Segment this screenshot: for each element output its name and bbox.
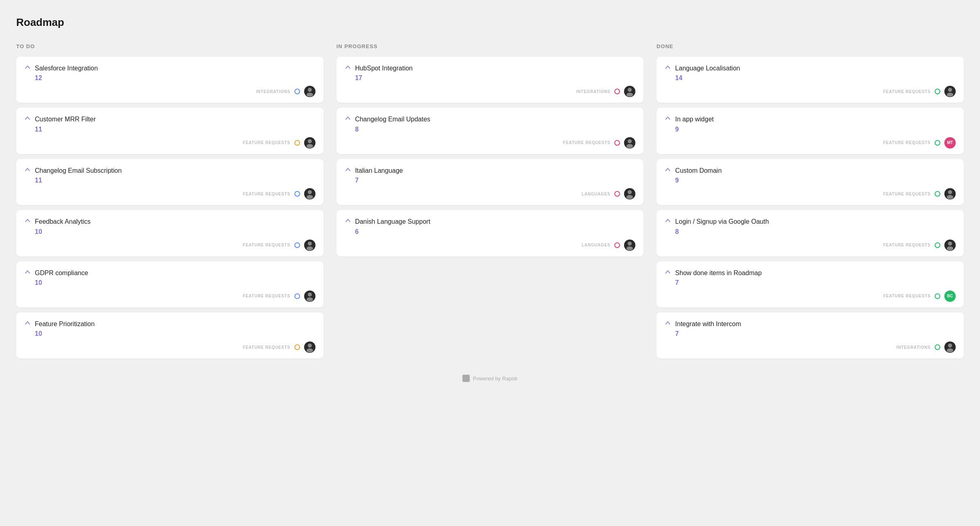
svg-point-4 <box>308 190 312 194</box>
card-count: 10 <box>35 279 315 286</box>
svg-point-11 <box>307 348 313 352</box>
card-tag: FEATURE REQUESTS <box>883 140 931 145</box>
svg-point-1 <box>307 93 313 97</box>
chevron-up-icon <box>665 115 671 123</box>
avatar <box>944 240 956 251</box>
card-gdpr[interactable]: GDPR compliance10FEATURE REQUESTS <box>16 261 324 308</box>
svg-point-16 <box>628 190 632 194</box>
card-title: Changelog Email Updates <box>355 115 430 124</box>
card-title: Italian Language <box>355 166 403 175</box>
svg-point-18 <box>628 242 632 246</box>
status-dot <box>935 293 940 299</box>
status-dot <box>294 140 300 146</box>
card-customer-mrr[interactable]: Customer MRR Filter11FEATURE REQUESTS <box>16 108 324 154</box>
svg-point-12 <box>628 88 632 92</box>
card-google-oauth[interactable]: Login / Signup via Google Oauth8FEATURE … <box>656 210 964 256</box>
svg-point-27 <box>947 348 953 352</box>
card-custom-domain[interactable]: Custom Domain9FEATURE REQUESTS <box>656 159 964 205</box>
column-header-done: DONE <box>656 43 964 49</box>
column-header-inprogress: IN PROGRESS <box>337 43 644 49</box>
card-count: 14 <box>675 74 956 82</box>
card-count: 6 <box>355 228 636 235</box>
card-count: 17 <box>355 74 636 82</box>
card-tag: FEATURE REQUESTS <box>243 192 290 196</box>
status-dot <box>935 242 940 248</box>
status-dot <box>614 140 620 146</box>
card-lang-local[interactable]: Language Localisation14FEATURE REQUESTS <box>656 57 964 103</box>
chevron-up-icon <box>345 115 351 123</box>
card-tag: FEATURE REQUESTS <box>243 345 290 350</box>
card-tag: LANGUAGES <box>582 192 610 196</box>
card-intercom[interactable]: Integrate with Intercom7INTEGRATIONS <box>656 312 964 358</box>
card-title: Feature Prioritization <box>35 320 95 329</box>
card-tag: INTEGRATIONS <box>256 89 290 94</box>
svg-point-7 <box>307 246 313 250</box>
card-inapp-widget[interactable]: In app widget9FEATURE REQUESTSMT <box>656 108 964 154</box>
card-danish[interactable]: Danish Language Support6LANGUAGES <box>337 210 644 256</box>
status-dot <box>935 89 940 94</box>
avatar <box>304 291 315 302</box>
avatar <box>304 137 315 148</box>
status-dot <box>294 293 300 299</box>
svg-point-19 <box>626 246 633 250</box>
card-count: 10 <box>35 228 315 235</box>
card-changelog-email[interactable]: Changelog Email Updates8FEATURE REQUESTS <box>337 108 644 154</box>
chevron-up-icon <box>24 269 31 277</box>
status-dot <box>935 140 940 146</box>
card-tag: FEATURE REQUESTS <box>883 294 931 298</box>
card-tag: FEATURE REQUESTS <box>563 140 610 145</box>
card-title: GDPR compliance <box>35 269 88 278</box>
svg-point-10 <box>308 344 312 348</box>
card-changelog-sub[interactable]: Changelog Email Subscription11FEATURE RE… <box>16 159 324 205</box>
status-dot <box>935 191 940 197</box>
chevron-up-icon <box>345 64 351 72</box>
svg-point-26 <box>948 344 952 348</box>
column-cards-done: Language Localisation14FEATURE REQUESTS … <box>656 57 964 358</box>
card-title: Show done items in Roadmap <box>675 269 761 278</box>
rapidr-icon <box>462 375 470 382</box>
svg-point-2 <box>308 139 312 143</box>
card-tag: FEATURE REQUESTS <box>243 140 290 145</box>
status-dot <box>935 344 940 350</box>
card-hubspot[interactable]: HubSpot Integration17INTEGRATIONS <box>337 57 644 103</box>
chevron-up-icon <box>665 269 671 277</box>
card-show-done[interactable]: Show done items in Roadmap7FEATURE REQUE… <box>656 261 964 308</box>
card-tag: FEATURE REQUESTS <box>243 294 290 298</box>
card-tag: INTEGRATIONS <box>576 89 610 94</box>
chevron-up-icon <box>24 320 31 328</box>
card-count: 8 <box>355 126 636 133</box>
card-count: 11 <box>35 126 315 133</box>
svg-point-0 <box>308 88 312 92</box>
svg-point-17 <box>626 195 633 199</box>
column-cards-inprogress: HubSpot Integration17INTEGRATIONS Change… <box>337 57 644 257</box>
avatar <box>304 86 315 97</box>
card-feature-prio[interactable]: Feature Prioritization10FEATURE REQUESTS <box>16 312 324 358</box>
column-inprogress: IN PROGRESS HubSpot Integration17INTEGRA… <box>337 43 644 257</box>
avatar: BC <box>944 291 956 302</box>
card-tag: FEATURE REQUESTS <box>883 192 931 196</box>
column-cards-todo: Salesforce Integration12INTEGRATIONS Cus… <box>16 57 324 358</box>
avatar <box>624 240 635 251</box>
card-title: Custom Domain <box>675 166 722 175</box>
card-count: 7 <box>675 279 956 286</box>
card-italian[interactable]: Italian Language7LANGUAGES <box>337 159 644 205</box>
svg-point-8 <box>308 293 312 297</box>
card-salesforce[interactable]: Salesforce Integration12INTEGRATIONS <box>16 57 324 103</box>
status-dot <box>294 242 300 248</box>
avatar <box>944 86 956 97</box>
card-count: 9 <box>675 126 956 133</box>
footer: Powered by Rapidr <box>16 375 964 382</box>
chevron-up-icon <box>345 166 351 174</box>
card-title: Feedback Analytics <box>35 217 91 226</box>
chevron-up-icon <box>24 217 31 225</box>
avatar <box>304 341 315 353</box>
card-count: 11 <box>35 177 315 184</box>
svg-point-9 <box>307 297 313 301</box>
card-title: Danish Language Support <box>355 217 430 226</box>
card-feedback-analytics[interactable]: Feedback Analytics10FEATURE REQUESTS <box>16 210 324 256</box>
chevron-up-icon <box>665 320 671 328</box>
chevron-up-icon <box>24 115 31 123</box>
chevron-up-icon <box>24 64 31 72</box>
card-count: 12 <box>35 74 315 82</box>
card-title: Changelog Email Subscription <box>35 166 121 175</box>
